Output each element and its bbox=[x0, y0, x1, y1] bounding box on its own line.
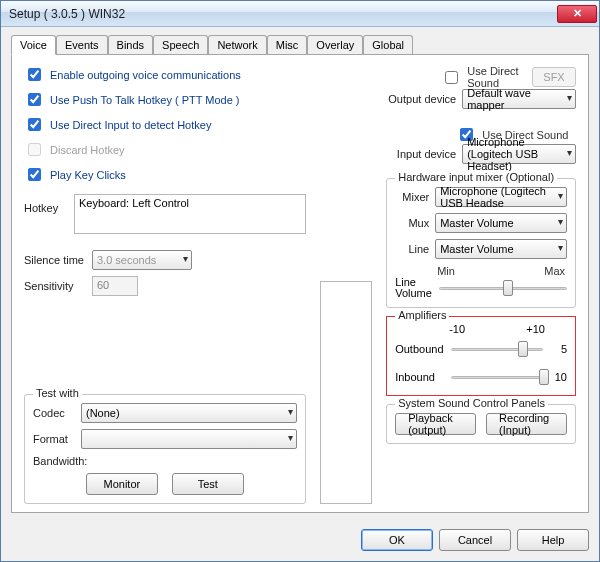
mixer-value: Microphone (Logitech USB Headse bbox=[440, 185, 550, 209]
output-device-label: Output device bbox=[386, 93, 456, 105]
tab-binds[interactable]: Binds bbox=[108, 35, 154, 55]
line-combo[interactable]: Master Volume bbox=[435, 239, 567, 259]
input-device-combo[interactable]: Microphone (Logitech USB Headset) bbox=[462, 144, 576, 164]
dialog-buttonbar: OK Cancel Help bbox=[1, 521, 599, 561]
inbound-slider[interactable] bbox=[451, 367, 543, 387]
mux-label: Mux bbox=[395, 217, 429, 229]
chk-use-ds-out-box[interactable] bbox=[445, 71, 458, 84]
playback-button[interactable]: Playback (output) bbox=[395, 413, 476, 435]
chk-play-clicks[interactable]: Play Key Clicks bbox=[24, 165, 306, 184]
amp-lo-label: -10 bbox=[449, 323, 465, 335]
format-label: Format bbox=[33, 433, 75, 445]
chk-use-ptt-label: Use Push To Talk Hotkey ( PTT Mode ) bbox=[50, 94, 240, 106]
close-button[interactable]: ✕ bbox=[557, 5, 597, 23]
sys-panels-legend: System Sound Control Panels bbox=[395, 397, 548, 409]
codec-label: Codec bbox=[33, 407, 75, 419]
outbound-slider[interactable] bbox=[451, 339, 543, 359]
mux-combo[interactable]: Master Volume bbox=[435, 213, 567, 233]
chk-use-directinput-label: Use Direct Input to detect Hotkey bbox=[50, 119, 211, 131]
input-device-label: Input device bbox=[386, 148, 456, 160]
tab-voice[interactable]: Voice bbox=[11, 35, 56, 55]
chk-discard-hotkey-box bbox=[28, 143, 41, 156]
right-column: Use Direct Sound SFX Output device Defau… bbox=[386, 65, 576, 504]
silence-value: 3.0 seconds bbox=[97, 254, 156, 266]
chk-play-clicks-label: Play Key Clicks bbox=[50, 169, 126, 181]
titlebar: Setup ( 3.0.5 ) WIN32 ✕ bbox=[1, 1, 599, 27]
min-label: Min bbox=[437, 265, 455, 277]
hotkey-label: Hotkey bbox=[24, 194, 68, 214]
sfx-button: SFX bbox=[532, 67, 576, 87]
chk-use-directinput-box[interactable] bbox=[28, 118, 41, 131]
level-meter bbox=[320, 281, 373, 504]
chk-use-ptt-box[interactable] bbox=[28, 93, 41, 106]
test-with-legend: Test with bbox=[33, 387, 82, 399]
inbound-label: Inbound bbox=[395, 371, 445, 383]
tabstrip: Voice Events Binds Speech Network Misc O… bbox=[11, 35, 589, 55]
tab-speech[interactable]: Speech bbox=[153, 35, 208, 55]
amplifiers-group: Amplifiers -10 +10 Outbound 5 Inbound bbox=[386, 316, 576, 396]
format-combo[interactable] bbox=[81, 429, 297, 449]
output-device-combo[interactable]: Default wave mapper bbox=[462, 89, 576, 109]
chk-discard-hotkey: Discard Hotkey bbox=[24, 140, 306, 159]
sensitivity-input: 60 bbox=[92, 276, 138, 296]
tab-global[interactable]: Global bbox=[363, 35, 413, 55]
ok-button[interactable]: OK bbox=[361, 529, 433, 551]
test-with-group: Test with Codec (None) Format Bandwidth:… bbox=[24, 394, 306, 504]
outbound-value: 5 bbox=[549, 343, 567, 355]
tab-overlay[interactable]: Overlay bbox=[307, 35, 363, 55]
chk-use-ds-out[interactable]: Use Direct Sound bbox=[441, 65, 520, 89]
setup-window: Setup ( 3.0.5 ) WIN32 ✕ Voice Events Bin… bbox=[0, 0, 600, 562]
silence-label: Silence time bbox=[24, 254, 86, 266]
tab-misc[interactable]: Misc bbox=[267, 35, 308, 55]
hotkey-value: Keyboard: Left Control bbox=[79, 197, 189, 209]
recording-button[interactable]: Recording (Input) bbox=[486, 413, 567, 435]
inbound-value: 10 bbox=[549, 371, 567, 383]
line-value: Master Volume bbox=[440, 243, 513, 255]
line-label: Line bbox=[395, 243, 429, 255]
hotkey-input[interactable]: Keyboard: Left Control bbox=[74, 194, 306, 234]
voice-panel: Enable outgoing voice communications Use… bbox=[11, 54, 589, 513]
mixer-combo[interactable]: Microphone (Logitech USB Headse bbox=[435, 187, 567, 207]
line-volume-label: Line Volume bbox=[395, 277, 433, 299]
amplifiers-legend: Amplifiers bbox=[395, 309, 449, 321]
bandwidth-label: Bandwidth: bbox=[33, 455, 297, 467]
monitor-button[interactable]: Monitor bbox=[86, 473, 158, 495]
codec-combo[interactable]: (None) bbox=[81, 403, 297, 423]
line-volume-slider[interactable] bbox=[439, 278, 567, 298]
chk-use-ds-out-label: Use Direct Sound bbox=[467, 65, 520, 89]
hw-mixer-group: Hardware input mixer (Optional) MixerMic… bbox=[386, 178, 576, 308]
silence-combo: 3.0 seconds bbox=[92, 250, 192, 270]
sys-panels-group: System Sound Control Panels Playback (ou… bbox=[386, 404, 576, 444]
amp-hi-label: +10 bbox=[526, 323, 545, 335]
tab-network[interactable]: Network bbox=[208, 35, 266, 55]
sensitivity-label: Sensitivity bbox=[24, 280, 86, 292]
codec-value: (None) bbox=[86, 407, 120, 419]
mixer-label: Mixer bbox=[395, 191, 429, 203]
chk-play-clicks-box[interactable] bbox=[28, 168, 41, 181]
cancel-button[interactable]: Cancel bbox=[439, 529, 511, 551]
max-label: Max bbox=[544, 265, 565, 277]
chk-use-ptt[interactable]: Use Push To Talk Hotkey ( PTT Mode ) bbox=[24, 90, 306, 109]
test-button[interactable]: Test bbox=[172, 473, 244, 495]
chk-enable-outgoing[interactable]: Enable outgoing voice communications bbox=[24, 65, 306, 84]
left-column: Enable outgoing voice communications Use… bbox=[24, 65, 306, 504]
help-button[interactable]: Help bbox=[517, 529, 589, 551]
mux-value: Master Volume bbox=[440, 217, 513, 229]
input-device-value: Microphone (Logitech USB Headset) bbox=[467, 136, 559, 172]
output-device-value: Default wave mapper bbox=[467, 87, 559, 111]
hw-mixer-legend: Hardware input mixer (Optional) bbox=[395, 171, 557, 183]
outbound-label: Outbound bbox=[395, 343, 445, 355]
chk-discard-hotkey-label: Discard Hotkey bbox=[50, 144, 125, 156]
window-title: Setup ( 3.0.5 ) WIN32 bbox=[9, 7, 557, 21]
sensitivity-value: 60 bbox=[97, 279, 109, 291]
chk-use-directinput[interactable]: Use Direct Input to detect Hotkey bbox=[24, 115, 306, 134]
chk-enable-outgoing-label: Enable outgoing voice communications bbox=[50, 69, 241, 81]
chk-enable-outgoing-box[interactable] bbox=[28, 68, 41, 81]
dialog-body: Voice Events Binds Speech Network Misc O… bbox=[1, 27, 599, 521]
tab-events[interactable]: Events bbox=[56, 35, 108, 55]
